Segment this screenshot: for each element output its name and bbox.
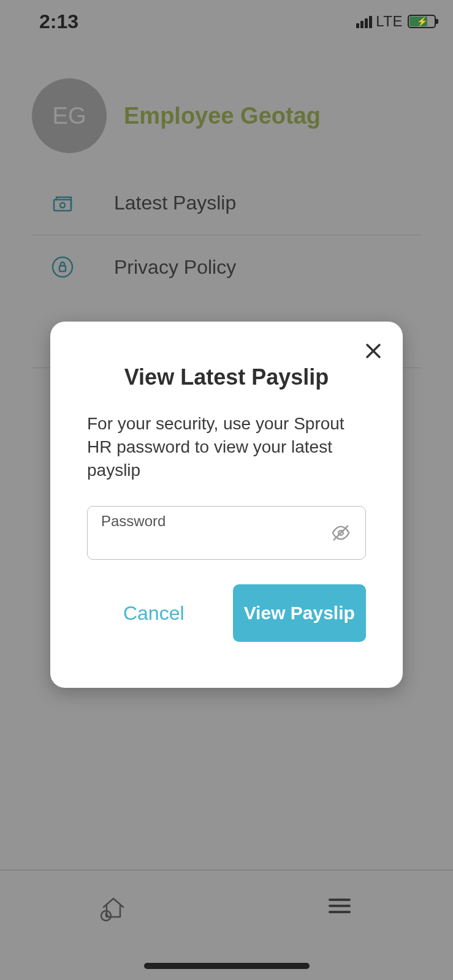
view-payslip-modal: View Latest Payslip For your security, u… <box>50 322 403 688</box>
close-button[interactable] <box>361 339 386 363</box>
cancel-button-label: Cancel <box>123 602 185 624</box>
password-label: Password <box>101 513 322 530</box>
modal-actions: Cancel View Payslip <box>87 584 366 642</box>
modal-description: For your security, use your Sprout HR pa… <box>87 412 366 481</box>
password-input[interactable] <box>101 531 322 550</box>
close-icon <box>364 341 383 361</box>
toggle-password-visibility-button[interactable] <box>330 522 352 544</box>
password-field[interactable]: Password <box>87 506 366 560</box>
view-payslip-button-label: View Payslip <box>244 603 355 623</box>
eye-off-icon <box>330 522 351 543</box>
view-payslip-button[interactable]: View Payslip <box>233 584 367 642</box>
cancel-button[interactable]: Cancel <box>87 586 221 641</box>
battery-icon: ⚡ <box>408 15 436 28</box>
modal-title: View Latest Payslip <box>87 364 366 390</box>
